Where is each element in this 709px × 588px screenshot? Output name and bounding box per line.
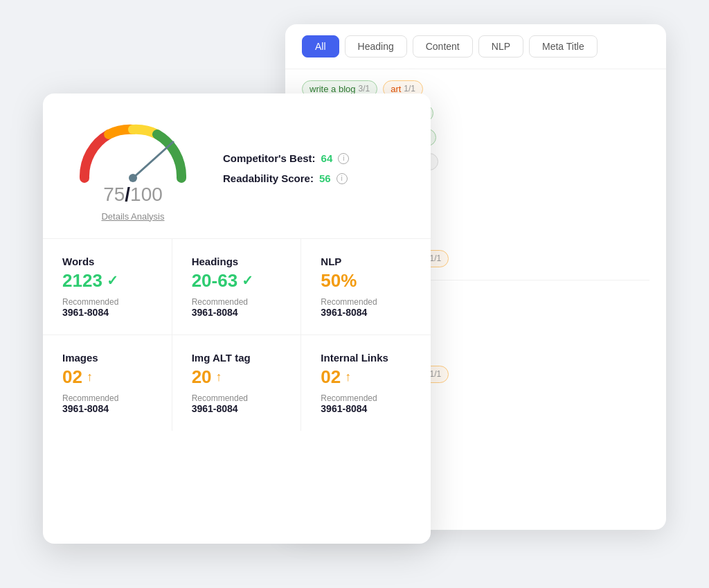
stat-words: Words 2123 ✓ Recommended 3961-8084 <box>43 239 172 335</box>
stat-headings-recommended-label: Recommended <box>192 297 282 307</box>
stat-internal-links-value: 02 ↑ <box>321 366 411 388</box>
stat-words-label: Words <box>62 256 152 267</box>
tab-all[interactable]: All <box>302 35 339 57</box>
readability-score-value: 56 <box>319 172 331 184</box>
stat-nlp-recommended-range: 3961-8084 <box>321 307 411 318</box>
check-icon-headings: ✓ <box>242 272 253 289</box>
score-max: 100 <box>130 184 163 205</box>
stat-img-alt-recommended-label: Recommended <box>192 393 282 403</box>
stat-nlp: NLP 50% Recommended 3961-8084 <box>301 239 431 335</box>
stat-images-recommended-label: Recommended <box>62 393 152 403</box>
up-arrow-img-alt: ↑ <box>216 370 222 384</box>
stat-img-alt: Img ALT tag 20 ↑ Recommended 3961-8084 <box>172 335 302 431</box>
stat-images-label: Images <box>62 352 152 364</box>
analysis-card: 75/100 Details Analysis Competitor's Bes… <box>43 93 431 544</box>
svg-line-0 <box>133 142 173 178</box>
stat-internal-links: Internal Links 02 ↑ Recommended 3961-808… <box>301 335 431 431</box>
stat-internal-links-recommended-range: 3961-8084 <box>321 403 411 414</box>
score-number: 75 <box>103 184 125 205</box>
tab-meta-title[interactable]: Meta Title <box>529 35 598 57</box>
stat-nlp-value: 50% <box>321 270 411 292</box>
gauge-wrapper: 75/100 Details Analysis <box>71 116 195 222</box>
stat-img-alt-number: 20 <box>192 366 212 388</box>
stat-headings: Headings 20-63 ✓ Recommended 3961-8084 <box>172 239 302 335</box>
stat-headings-value: 20-63 ✓ <box>192 270 282 292</box>
stat-words-recommended-range: 3961-8084 <box>62 307 152 318</box>
stat-headings-label: Headings <box>192 256 282 267</box>
stat-img-alt-recommended-range: 3961-8084 <box>192 403 282 414</box>
up-arrow-internal-links: ↑ <box>345 370 351 384</box>
stat-images: Images 02 ↑ Recommended 3961-8084 <box>43 335 172 431</box>
stat-internal-links-recommended-label: Recommended <box>321 393 411 403</box>
stat-img-alt-value: 20 ↑ <box>192 366 282 388</box>
stat-images-recommended-range: 3961-8084 <box>62 403 152 414</box>
stat-words-value: 2123 ✓ <box>62 270 152 292</box>
stat-nlp-recommended-label: Recommended <box>321 297 411 307</box>
stats-grid: Words 2123 ✓ Recommended 3961-8084 Headi… <box>43 239 431 431</box>
info-icon-competitor[interactable]: i <box>338 153 349 164</box>
stat-images-value: 02 ↑ <box>62 366 152 388</box>
stat-nlp-label: NLP <box>321 256 411 267</box>
stat-headings-recommended-range: 3961-8084 <box>192 307 282 318</box>
competitor-best-value: 64 <box>321 152 333 164</box>
details-link[interactable]: Details Analysis <box>101 211 164 222</box>
screenshot-container: All Heading Content NLP Meta Title write… <box>43 24 666 564</box>
gauge-chart <box>71 116 195 185</box>
gauge-section: 75/100 Details Analysis Competitor's Bes… <box>43 93 431 239</box>
stat-words-recommended-label: Recommended <box>62 297 152 307</box>
readability-score-row: Readability Score: 56 i <box>223 172 349 184</box>
stat-nlp-number: 50% <box>321 270 357 292</box>
stat-headings-number: 20-63 <box>192 270 238 292</box>
tab-content[interactable]: Content <box>413 35 473 57</box>
svg-point-1 <box>129 174 137 182</box>
tab-heading[interactable]: Heading <box>345 35 407 57</box>
up-arrow-images: ↑ <box>87 370 93 384</box>
stat-images-number: 02 <box>62 366 82 388</box>
tab-nlp[interactable]: NLP <box>478 35 523 57</box>
tabs-bar: All Heading Content NLP Meta Title <box>285 24 666 69</box>
stat-words-number: 2123 <box>62 270 102 292</box>
gauge-info: Competitor's Best: 64 i Readability Scor… <box>223 152 349 184</box>
gauge-score: 75/100 <box>103 184 163 206</box>
check-icon-words: ✓ <box>107 272 118 289</box>
stat-internal-links-label: Internal Links <box>321 352 411 364</box>
stat-internal-links-number: 02 <box>321 366 341 388</box>
readability-score-label: Readability Score: <box>223 172 314 184</box>
stat-img-alt-label: Img ALT tag <box>192 352 282 364</box>
info-icon-readability[interactable]: i <box>336 173 348 184</box>
competitor-best-label: Competitor's Best: <box>223 152 316 164</box>
competitor-best-row: Competitor's Best: 64 i <box>223 152 349 164</box>
